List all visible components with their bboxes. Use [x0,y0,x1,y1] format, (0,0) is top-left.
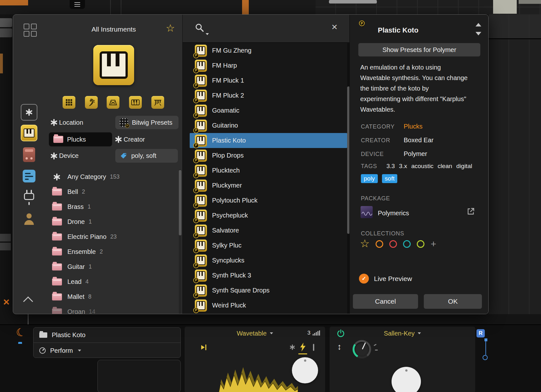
preset-row[interactable]: P Sylky Pluc [190,238,347,253]
collapse-chevron-icon[interactable] [23,296,33,306]
chimes-icon[interactable] [151,96,164,109]
filter-header[interactable]: Sallen-Key [330,327,475,340]
preset-row[interactable]: P Plop Drops [190,148,347,163]
collection-circle-icon[interactable] [417,240,424,248]
rail-clips-button[interactable] [21,168,37,184]
category-row[interactable]: Mallet 8 [45,289,179,304]
scroll-down-icon[interactable] [476,32,481,35]
tag[interactable]: soft [382,174,398,183]
cancel-button[interactable]: Cancel [353,294,418,309]
rail-effects-button[interactable] [21,146,37,163]
category-row[interactable]: Drone 1 [45,214,179,229]
cutoff-knob[interactable] [353,340,371,359]
category-value[interactable]: Plucks [404,123,423,130]
favorite-star-icon[interactable]: ☆ [166,23,175,33]
creator-value[interactable]: Boxed Ear [404,137,433,144]
preset-row[interactable]: P Weird Pluck [190,298,347,313]
mod-target-dot [483,355,488,360]
category-row[interactable]: Bell 2 [45,184,179,199]
collection-circle-icon[interactable] [403,240,411,248]
background-block [0,243,11,250]
preset-piano-icon: P [195,75,207,87]
preset-row[interactable]: P FM Pluck 2 [190,88,347,103]
scroll-up-icon[interactable] [476,23,481,26]
remote-badge[interactable]: R [476,329,485,337]
filter-creator[interactable]: Creator [118,132,145,146]
filter-scrollbar-thumb[interactable] [179,170,181,235]
search-icon[interactable] [195,23,204,33]
filter-location[interactable]: Location [53,116,83,129]
search-dropdown-caret-icon[interactable] [206,33,209,35]
category-count: 2 [82,189,85,195]
preset-folder-icon [39,332,47,338]
ok-button[interactable]: OK [424,294,482,309]
drum-pads-icon[interactable] [63,96,75,109]
preset-row[interactable]: P Plastic Koto [190,133,347,148]
category-row[interactable]: Guitar 1 [45,259,179,274]
category-row-any[interactable]: Any Category 153 [45,169,179,184]
tag[interactable]: 3.x [399,163,407,170]
phase-icon[interactable] [313,344,314,351]
category-row[interactable]: Brass 1 [45,199,179,214]
live-preview-toggle[interactable]: ✓ Live Preview [359,274,412,284]
resonance-knob[interactable] [392,367,421,392]
tag[interactable]: 3.3 [386,163,395,170]
collection-circle-icon[interactable] [389,240,397,248]
preset-badge-icon: P [193,113,199,118]
preset-row[interactable]: P FM Harp [190,58,347,73]
add-collection-icon[interactable]: + [431,239,436,249]
preset-row[interactable]: P Pluckymer [190,178,347,193]
device-perform-row[interactable]: Perform [34,343,180,358]
wavetable-header[interactable]: Wavetable [185,327,325,340]
preset-row[interactable]: P Goamatic [190,103,347,118]
category-row[interactable]: Ensemble 2 [45,244,179,259]
menu-button[interactable] [70,0,85,9]
filter-bitwig-presets[interactable]: P Bitwig Presets [115,116,179,129]
search-clear-icon[interactable]: × [331,22,338,32]
filter-plucks[interactable]: Plucks [49,132,112,146]
package-name[interactable]: Polymerics [378,210,409,217]
preset-row[interactable]: P FM Pluck 1 [190,73,347,88]
device-label: DEVICE [361,151,404,158]
preset-row[interactable]: P Syncplucks [190,253,347,268]
moon-icon[interactable]: ☾ [15,326,27,339]
grid-view-icon[interactable] [24,24,37,37]
filter-device[interactable]: Device [53,149,79,163]
external-link-icon[interactable] [467,207,475,216]
device-preset-row[interactable]: Plastic Koto [34,328,180,343]
updown-arrows-icon[interactable]: ↕ [337,343,342,351]
category-row[interactable]: Lead 4 [45,274,179,289]
collection-star-icon[interactable]: ☆ [360,238,370,249]
preset-row[interactable]: P Guitarino [190,118,347,133]
bass-clef-icon[interactable] [85,96,98,109]
tag[interactable]: acoustic [411,163,434,170]
category-row[interactable]: Organ 14 [45,304,179,314]
rail-modules-button[interactable] [21,189,37,206]
preset-row[interactable]: P FM Gu Zheng [190,43,347,58]
dulcimer-icon[interactable] [107,96,119,109]
wavetable-display [215,347,302,392]
filter-tags[interactable]: poly, soft [115,149,178,163]
rail-any-source-button[interactable] [21,104,37,121]
keytrack-icon[interactable] [201,344,206,350]
rail-user-button[interactable] [21,211,37,227]
preset-row[interactable]: P Plucktech [190,163,347,178]
tag[interactable]: digital [456,163,472,170]
category-row[interactable]: Electric Piano 23 [45,229,179,244]
tag[interactable]: clean [438,163,452,170]
all-instruments-icon[interactable] [93,45,134,85]
search-input[interactable] [215,21,323,36]
tag[interactable]: poly [361,174,378,183]
preset-row[interactable]: P Synth Pluck 3 [190,268,347,283]
device-value[interactable]: Polymer [404,150,427,158]
show-presets-button[interactable]: Show Presets for Polymer [358,43,480,56]
rail-instruments-button[interactable] [21,125,37,141]
keyboard-icon[interactable] [129,96,142,109]
preset-row[interactable]: P Salvatore [190,223,347,238]
preset-row[interactable]: P Synth Square Drops [190,283,347,298]
collection-circle-icon[interactable] [376,240,383,248]
preset-row[interactable]: P Psychepluck [190,208,347,223]
preset-row[interactable]: P Polytouch Pluck [190,193,347,208]
panel-close-icon[interactable]: × [3,296,10,307]
wavetable-knob[interactable] [292,357,318,383]
